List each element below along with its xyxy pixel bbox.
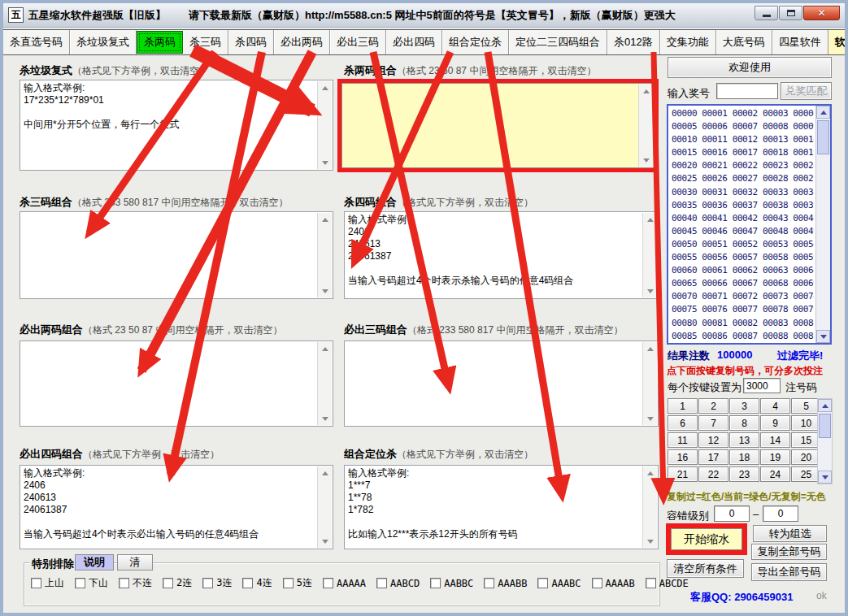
tolerance-from-input[interactable]: 0 — [714, 505, 750, 522]
tolerance-to-input[interactable]: 0 — [763, 505, 798, 522]
checkbox-box[interactable] — [376, 578, 387, 588]
scroll-down-icon[interactable] — [639, 154, 653, 167]
copy-key-button[interactable]: 7 — [698, 415, 728, 431]
exclude-checkbox[interactable]: ABCDE — [646, 578, 689, 589]
scrollbar[interactable] — [317, 213, 332, 297]
tab[interactable]: 必出四码 — [386, 30, 442, 54]
scroll-up-icon[interactable] — [643, 342, 657, 355]
tab[interactable]: 杀三码 — [183, 30, 228, 54]
tab[interactable]: 杀四码 — [228, 30, 274, 54]
copy-key-button[interactable]: 3 — [729, 398, 759, 414]
sha-liangma-textarea[interactable] — [341, 83, 654, 168]
scroll-up-icon[interactable] — [639, 85, 653, 98]
scroll-down-icon[interactable] — [643, 535, 657, 548]
scroll-down-icon[interactable] — [318, 535, 332, 548]
scroll-up-icon[interactable] — [818, 399, 832, 412]
tab[interactable]: 必出两码 — [274, 30, 330, 54]
exclude-checkbox[interactable]: AABCD — [376, 578, 420, 589]
checkbox-box[interactable] — [430, 578, 441, 588]
scrollbar[interactable] — [317, 81, 332, 169]
list-scrollbar[interactable] — [815, 106, 830, 343]
minimize-button[interactable] — [755, 6, 778, 20]
scrollbar[interactable] — [317, 342, 332, 425]
scroll-up-icon[interactable] — [643, 466, 657, 479]
scroll-up-icon[interactable] — [816, 106, 830, 119]
exclude-checkbox[interactable]: 不连 — [119, 576, 152, 590]
exclude-checkbox[interactable]: 上山 — [31, 576, 64, 590]
copy-key-button[interactable]: 4 — [760, 398, 790, 414]
scrollbar[interactable] — [638, 85, 653, 167]
exclude-checkbox[interactable]: 下山 — [75, 576, 108, 590]
checkbox-box[interactable] — [31, 578, 41, 588]
scroll-up-icon[interactable] — [318, 81, 332, 94]
tab[interactable]: 四星软件 — [772, 30, 828, 54]
checkbox-box[interactable] — [646, 578, 656, 588]
scroll-up-icon[interactable] — [318, 342, 332, 355]
scroll-thumb[interactable] — [819, 414, 831, 438]
scroll-up-icon[interactable] — [643, 213, 657, 226]
tab[interactable]: 交集功能 — [660, 30, 716, 54]
checkbox-box[interactable] — [75, 578, 85, 588]
copy-key-button[interactable]: 16 — [668, 449, 698, 465]
scroll-up-icon[interactable] — [318, 466, 332, 479]
tab[interactable]: 定位二三四码组合 — [509, 30, 607, 54]
scrollbar[interactable] — [642, 213, 657, 297]
start-shrink-button[interactable]: 开始缩水 — [671, 528, 742, 550]
grid-scrollbar[interactable] — [817, 398, 833, 484]
checkbox-box[interactable] — [242, 578, 253, 588]
exclude-checkbox[interactable]: 5连 — [283, 576, 312, 590]
zuhe-dingwei-textarea[interactable]: 输入格式举例: 1***7 1**78 1*782 比如输入12***表示杀12… — [344, 465, 659, 549]
to-group-button[interactable]: 转为组选 — [753, 525, 827, 542]
scrollbar[interactable] — [317, 466, 332, 548]
welcome-button[interactable]: 欢迎使用 — [668, 57, 832, 78]
exclude-checkbox[interactable]: AAABB — [484, 578, 527, 589]
checkbox-box[interactable] — [484, 578, 494, 588]
tab[interactable]: 软件注册 — [828, 30, 848, 54]
sha-sima-textarea[interactable]: 输入格式举例 2406 240613 24061387 当输入号码超过4个时表示… — [344, 211, 659, 299]
copy-key-button[interactable]: 12 — [698, 432, 728, 448]
copy-key-button[interactable]: 23 — [729, 466, 759, 482]
scroll-down-icon[interactable] — [318, 156, 332, 169]
copy-key-button[interactable]: 11 — [668, 432, 698, 448]
tab[interactable]: 组合定位杀 — [442, 30, 509, 54]
copy-key-button[interactable]: 13 — [729, 432, 759, 448]
bichu-liangma-textarea[interactable] — [20, 341, 333, 427]
scroll-down-icon[interactable] — [643, 412, 657, 425]
copy-key-button[interactable]: 22 — [698, 466, 728, 482]
exclude-checkbox[interactable]: AAAAB — [592, 578, 635, 589]
scrollbar[interactable] — [642, 466, 657, 548]
copy-key-button[interactable]: 21 — [668, 466, 698, 482]
tab[interactable]: 大底号码 — [716, 30, 772, 54]
sha-sanma-textarea[interactable] — [20, 211, 333, 299]
tab[interactable]: 必出三码 — [330, 30, 386, 54]
clear-exclude-button[interactable]: 清 — [117, 554, 153, 570]
copy-key-button[interactable]: 18 — [729, 449, 759, 465]
copy-key-button[interactable]: 9 — [760, 415, 790, 431]
explain-button[interactable]: 说明 — [75, 554, 114, 570]
checkbox-box[interactable] — [537, 578, 548, 588]
scrollbar[interactable] — [642, 342, 657, 425]
scroll-down-icon[interactable] — [318, 412, 332, 425]
tab[interactable]: 杀直选号码 — [3, 30, 70, 54]
checkbox-box[interactable] — [283, 578, 294, 588]
maximize-button[interactable] — [779, 6, 802, 20]
copy-key-button[interactable]: 2 — [698, 398, 728, 414]
exclude-checkbox[interactable]: AAABC — [537, 578, 581, 589]
scroll-down-icon[interactable] — [318, 284, 332, 297]
tab[interactable]: 杀012路 — [607, 30, 660, 54]
prize-input[interactable] — [716, 83, 778, 99]
per-key-input[interactable]: 3000 — [743, 378, 781, 393]
copy-key-button[interactable]: 8 — [729, 415, 759, 431]
clear-all-button[interactable]: 清空所有条件 — [667, 559, 744, 578]
copy-all-button[interactable]: 复制全部号码 — [751, 544, 827, 560]
close-button[interactable]: ✕ — [803, 6, 840, 20]
sha-lajifushi-textarea[interactable]: 输入格式举例: 17*235*12*789*01 中间用*分开5个位置，每行一个… — [20, 80, 333, 171]
match-prize-button[interactable]: 兑奖匹配 — [781, 82, 832, 100]
copy-key-button[interactable]: 19 — [760, 449, 790, 465]
exclude-checkbox[interactable]: 2连 — [163, 576, 192, 590]
scroll-down-icon[interactable] — [818, 471, 832, 484]
export-all-button[interactable]: 导出全部号码 — [751, 563, 827, 581]
exclude-checkbox[interactable]: AAAAA — [323, 578, 366, 589]
copy-key-button[interactable]: 24 — [760, 466, 790, 482]
exclude-checkbox[interactable]: AABBC — [430, 578, 473, 589]
